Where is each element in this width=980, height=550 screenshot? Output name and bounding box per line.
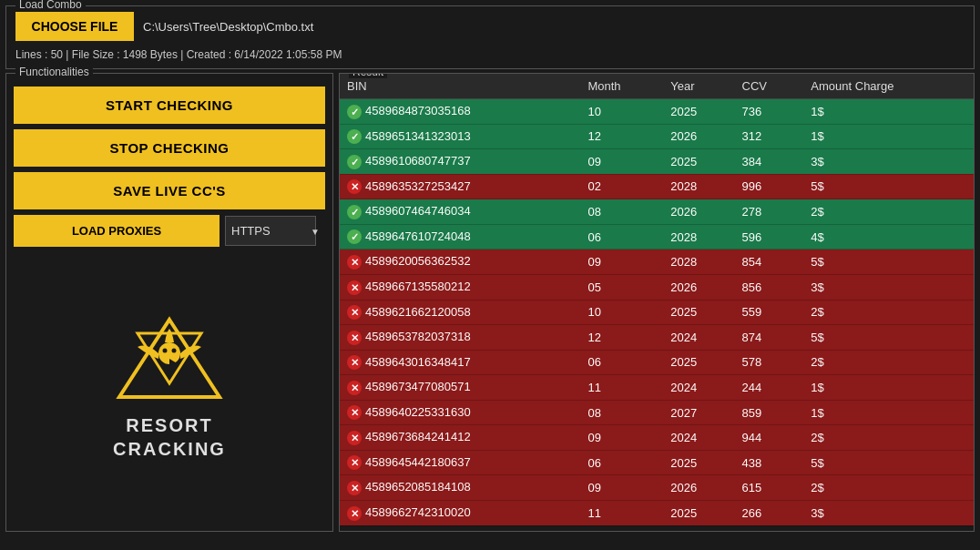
- table-row: ✓4589647610724048 06 2028 596 4$: [340, 224, 974, 250]
- table-row: ✕4589645442180637 06 2025 438 5$: [340, 450, 974, 475]
- table-row: ✕4589635327253427 02 2028 996 5$: [340, 174, 974, 199]
- x-icon: ✕: [347, 481, 362, 495]
- cell-ccv: 944: [735, 425, 804, 451]
- cell-bin: ✕4589621662120058: [340, 300, 580, 325]
- cell-ccv: 244: [735, 375, 804, 401]
- cell-ccv: 384: [735, 149, 804, 175]
- cell-ccv: 312: [735, 124, 804, 149]
- table-row: ✕4589673477080571 11 2024 244 1$: [340, 375, 974, 401]
- check-icon: ✓: [347, 205, 362, 219]
- col-month: Month: [580, 74, 663, 99]
- results-label: Result: [349, 73, 387, 78]
- cell-month: 11: [580, 375, 663, 401]
- results-table-wrapper[interactable]: BIN Month Year CCV Amount Charge ✓458968…: [340, 74, 974, 531]
- file-path-display: C:\Users\Tree\Desktop\Cmbo.txt: [143, 20, 313, 34]
- cell-month: 11: [580, 501, 663, 526]
- choose-file-button[interactable]: CHOOSE FILE: [15, 12, 134, 41]
- cell-bin: ✕4589640225331630: [340, 400, 580, 425]
- cell-amount: 5$: [803, 325, 974, 351]
- cell-month: 12: [580, 325, 663, 351]
- proxy-type-wrapper: HTTP HTTPS SOCKS4 SOCKS5: [225, 216, 325, 246]
- cell-bin: ✓4589607464746034: [340, 199, 580, 225]
- main-content: Functionalities START CHECKING STOP CHEC…: [5, 73, 975, 532]
- cell-month: 10: [580, 99, 663, 125]
- cell-bin: ✕4589667135580212: [340, 274, 580, 300]
- cell-month: 10: [580, 300, 663, 325]
- cell-amount: 2$: [803, 425, 974, 451]
- cell-ccv: 278: [735, 199, 804, 225]
- cell-year: 2025: [663, 300, 734, 325]
- stop-checking-button[interactable]: STOP CHECKING: [14, 129, 325, 167]
- svg-point-4: [163, 349, 168, 353]
- check-icon: ✓: [347, 105, 362, 119]
- x-icon: ✕: [347, 355, 362, 370]
- cell-year: 2025: [663, 99, 734, 125]
- table-row: ✓4589610680747737 09 2025 384 3$: [340, 149, 974, 175]
- cell-ccv: 996: [735, 174, 804, 199]
- cell-year: 2025: [663, 450, 734, 475]
- x-icon: ✕: [347, 431, 362, 445]
- cell-month: 02: [580, 174, 663, 199]
- cell-ccv: 578: [735, 350, 804, 375]
- functionalities-panel: Functionalities START CHECKING STOP CHEC…: [5, 73, 333, 532]
- col-year: Year: [663, 74, 734, 99]
- x-icon: ✕: [347, 280, 362, 295]
- cell-amount: 4$: [803, 224, 974, 250]
- col-ccv: CCV: [735, 74, 804, 99]
- results-panel: Result BIN Month Year CCV Amount Charge …: [339, 73, 975, 532]
- cell-ccv: 736: [735, 99, 804, 125]
- cell-bin: ✕4589673684241412: [340, 425, 580, 451]
- proxy-type-select[interactable]: HTTP HTTPS SOCKS4 SOCKS5: [225, 216, 316, 246]
- cell-month: 08: [580, 400, 663, 425]
- x-icon: ✕: [347, 506, 362, 521]
- cell-year: 2026: [663, 475, 734, 501]
- results-tbody: ✓4589684873035168 10 2025 736 1$ ✓458965…: [340, 99, 974, 526]
- start-checking-button[interactable]: START CHECKING: [14, 87, 325, 124]
- table-row: ✓4589684873035168 10 2025 736 1$: [340, 99, 974, 125]
- table-row: ✓4589607464746034 08 2026 278 2$: [340, 199, 974, 225]
- cell-bin: ✕4589643016348417: [340, 350, 580, 375]
- cell-ccv: 438: [735, 450, 804, 475]
- cell-month: 09: [580, 149, 663, 175]
- cell-month: 09: [580, 250, 663, 275]
- cell-year: 2024: [663, 375, 734, 401]
- x-icon: ✕: [347, 331, 362, 345]
- check-icon: ✓: [347, 155, 362, 169]
- table-row: ✕4589662742310020 11 2025 266 3$: [340, 501, 974, 526]
- cell-year: 2028: [663, 250, 734, 275]
- cell-bin: ✕4589653782037318: [340, 325, 580, 351]
- x-icon: ✕: [347, 305, 362, 320]
- x-icon: ✕: [347, 405, 362, 420]
- x-icon: ✕: [347, 455, 362, 470]
- cell-amount: 2$: [803, 199, 974, 225]
- cell-bin: ✕4589652085184108: [340, 475, 580, 501]
- cell-amount: 1$: [803, 400, 974, 425]
- logo-text: RESORT CRACKING: [113, 413, 226, 461]
- cell-month: 06: [580, 450, 663, 475]
- cell-ccv: 596: [735, 224, 804, 250]
- cell-month: 06: [580, 224, 663, 250]
- cell-amount: 3$: [803, 274, 974, 300]
- cell-amount: 2$: [803, 300, 974, 325]
- load-combo-label: Load Combo: [15, 0, 86, 11]
- cell-ccv: 854: [735, 250, 804, 275]
- cell-amount: 1$: [803, 375, 974, 401]
- table-row: ✕4589652085184108 09 2026 615 2$: [340, 475, 974, 501]
- proxy-row: LOAD PROXIES HTTP HTTPS SOCKS4 SOCKS5: [14, 215, 325, 247]
- col-amount: Amount Charge: [803, 74, 974, 99]
- table-row: ✕4589667135580212 05 2026 856 3$: [340, 274, 974, 300]
- save-live-ccs-button[interactable]: SAVE LIVE CC'S: [14, 172, 325, 209]
- cell-bin: ✕4589645442180637: [340, 450, 580, 475]
- logo-area: RESORT CRACKING: [14, 252, 325, 524]
- table-header-row: BIN Month Year CCV Amount Charge: [340, 74, 974, 99]
- cell-year: 2024: [663, 425, 734, 451]
- cell-bin: ✕4589662742310020: [340, 501, 580, 526]
- cell-amount: 3$: [803, 501, 974, 526]
- cell-amount: 1$: [803, 99, 974, 125]
- cell-amount: 5$: [803, 174, 974, 199]
- x-icon: ✕: [347, 381, 362, 395]
- cell-amount: 5$: [803, 450, 974, 475]
- cell-year: 2027: [663, 400, 734, 425]
- load-proxies-button[interactable]: LOAD PROXIES: [14, 215, 219, 247]
- resort-cracking-logo: [115, 315, 224, 406]
